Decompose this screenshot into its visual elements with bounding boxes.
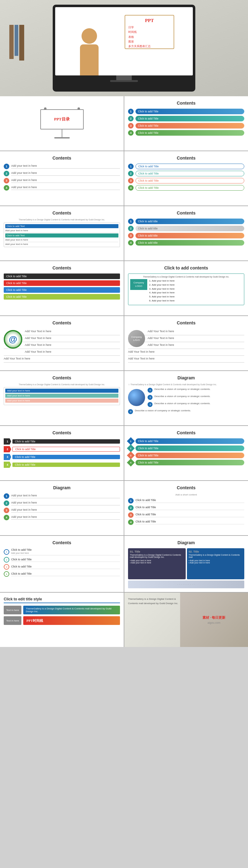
slide-title: Contents <box>128 485 244 490</box>
list-item: 4. Add your text in here <box>149 291 175 295</box>
themed-bar[interactable]: Add your text in here <box>5 394 118 398</box>
color-bar-4[interactable]: Click to add Title <box>4 294 120 300</box>
hero-slide: PPT 日学 时间线 表格 图形 多方关系图表汇总 <box>0 0 248 96</box>
badge-1: 1 <box>128 219 134 224</box>
list-item[interactable]: Add Your Text in here <box>128 335 244 342</box>
bar-1[interactable]: Click to add title <box>136 219 244 224</box>
list-item[interactable]: Add Your Text in here <box>128 329 244 335</box>
list-item[interactable]: Add Your Text in here <box>4 329 120 335</box>
outline-bar[interactable]: Click to add Title <box>136 185 244 191</box>
badge-3: 3 <box>128 178 134 183</box>
list-text[interactable]: Click to add Title <box>136 499 244 503</box>
list-text[interactable]: Click to add Title <box>136 506 244 510</box>
arrow-badge: 2 <box>4 446 11 452</box>
color-bar-2[interactable]: Click to add Title <box>4 280 120 286</box>
list-item: 2. Add your text in here <box>149 283 175 287</box>
bar[interactable]: Click to add Title <box>136 445 244 451</box>
slide-contents-themed2: Contents ThemeGallery is a Design Digita… <box>0 371 124 425</box>
list-item[interactable]: Add Your Text in here <box>128 342 244 349</box>
diag-text: Describe a vision of company or strategi… <box>154 388 211 391</box>
badge: 2 <box>128 505 134 511</box>
list-text[interactable]: Add your text in here <box>11 501 120 505</box>
arrow-badge: 4 <box>4 462 11 468</box>
list-item: 4 Click to add Title <box>128 130 244 136</box>
list-text[interactable]: Add your text in here <box>11 508 120 513</box>
list-item: 2 Click to add Title <box>4 446 120 452</box>
bar-4[interactable]: Click to add title <box>136 240 244 246</box>
company-logo-box: Company LOGO <box>130 279 147 290</box>
bar-3[interactable]: Click to add title <box>136 233 244 239</box>
list-text[interactable]: Click to add Title <box>11 558 120 562</box>
text-here-badge-2: Text in here <box>4 616 22 625</box>
list-text[interactable]: Click to add TitleAdd your text here <box>11 548 120 555</box>
color-bar-1[interactable]: Click to add Title <box>4 274 120 279</box>
list-item: 2 Click to add Title <box>128 171 244 176</box>
list-text[interactable]: Click to add Title <box>136 513 244 517</box>
slide-title: Contents <box>4 156 120 160</box>
bar-1[interactable]: Click to add Title <box>136 108 244 114</box>
list-item: 1 Add your text in here <box>4 493 120 499</box>
diag-badge: ③ <box>148 402 152 407</box>
diagram-item: ② Describe a vision of company or strate… <box>148 395 244 400</box>
bar[interactable]: Click to add Title <box>136 453 244 458</box>
slide-contents-themed: Contents ThemeGallery is a Design Digita… <box>0 206 124 260</box>
bar[interactable]: Click to add Title <box>136 438 244 444</box>
slide-title: Contents <box>128 211 244 215</box>
slide-subtitle: Add a short content <box>128 493 244 496</box>
slide-contents-at: Contents @ Add Your Text in here Add You… <box>0 316 124 370</box>
bar-2[interactable]: Click to add title <box>136 226 244 231</box>
list-item: 1 Add your text in here <box>4 164 120 169</box>
list-item[interactable]: Add Your Text in here <box>4 356 120 363</box>
circle-badge: 4 <box>4 571 9 577</box>
bar-3[interactable]: Click to add Title <box>136 123 244 128</box>
list-text[interactable]: Click to add Title <box>11 572 120 576</box>
mini-bar[interactable]: Click to add Text <box>5 234 118 238</box>
list-item[interactable]: Add Your Text in here <box>128 349 244 356</box>
list-text[interactable]: Add your text in here <box>11 515 120 520</box>
circle-badge: 2 <box>4 557 9 562</box>
text-here-badge: Text in here <box>4 606 22 614</box>
arrow-text[interactable]: Click to add Title <box>12 463 120 467</box>
list-text[interactable]: Add your text in here <box>11 494 120 498</box>
underline-text[interactable]: Add your text in here <box>11 179 120 183</box>
diamond-badge: 3 <box>127 452 135 459</box>
slide-title[interactable]: Click to edit title style <box>4 597 120 603</box>
slide-diagram-three-panel: Diagram 01. Title ThemeGallery is a Desi… <box>124 536 248 592</box>
themed-bar[interactable]: Add your text in here <box>5 389 118 393</box>
slide-subtitle: ThemeGallery is a Design Digital Content… <box>4 383 120 385</box>
list-text[interactable]: Click to add Title <box>136 520 244 524</box>
list-item[interactable]: Add Your Text in here <box>128 356 244 363</box>
bar-4[interactable]: Click to add Title <box>136 130 244 136</box>
list-item: 3 Click to add Title <box>4 564 120 570</box>
badge-2: 2 <box>128 171 134 176</box>
underline-text[interactable]: Add your text in here <box>11 164 120 168</box>
list-item[interactable]: Add Your Text in here <box>4 349 120 356</box>
outline-bar[interactable]: Click to add Title <box>136 171 244 176</box>
list-item: 4 Click to add Title <box>128 460 244 465</box>
mini-text[interactable]: Add your text in here <box>5 239 118 242</box>
bar[interactable]: Click to add Title <box>136 460 244 465</box>
slide-title: Contents <box>128 156 244 160</box>
list-item: 1 Click to add Title <box>128 438 244 444</box>
mini-bar[interactable]: Click to add Text <box>5 224 118 228</box>
themed-bar[interactable]: Add your text in here <box>5 399 118 403</box>
outline-bar[interactable]: Click to add Title <box>136 178 244 183</box>
arrow-text[interactable]: Click to add Title <box>12 455 120 459</box>
watermark-tagline: aigou.com <box>208 621 221 624</box>
mini-text[interactable]: Add your text in here <box>5 243 118 246</box>
globe-icon <box>128 389 145 406</box>
mini-text[interactable]: Add your text in here <box>5 229 118 233</box>
color-bar-3[interactable]: Click to add Title <box>4 287 120 293</box>
arrow-text[interactable]: Click to add Title <box>12 447 120 452</box>
arrow-text[interactable]: Click to add Title <box>12 439 120 444</box>
list-item: 2 Click to add Title <box>4 557 120 562</box>
list-item: 3. Add your text in here <box>149 287 175 291</box>
underline-text[interactable]: Add your text in here <box>11 186 120 190</box>
ppt-timline-label: PPT时间线 <box>26 618 43 623</box>
bar-2[interactable]: Click to add Title <box>136 116 244 121</box>
outline-bar[interactable]: Click to add Title <box>136 164 244 169</box>
list-text[interactable]: Click to add Title <box>11 565 120 569</box>
slide-title: Contents <box>4 540 120 545</box>
underline-text[interactable]: Add your text in here <box>11 172 120 176</box>
slide-subtitle: ☆ ThemeGallery is a Design Digital Conte… <box>128 383 244 386</box>
